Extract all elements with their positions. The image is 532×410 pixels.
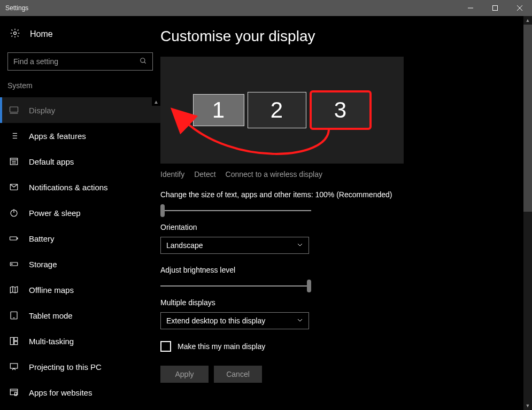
scale-slider[interactable] <box>160 210 311 211</box>
multitasking-icon <box>9 336 19 346</box>
brightness-label: Adjust brightness level <box>160 266 518 274</box>
sidebar-item-label: Projecting to this PC <box>29 362 102 372</box>
close-button[interactable] <box>507 0 532 16</box>
search-icon <box>140 57 147 66</box>
sidebar-item-projecting[interactable]: Projecting to this PC <box>0 354 160 380</box>
orientation-label: Orientation <box>160 223 518 231</box>
multiple-displays-value: Extend desktop to this display <box>166 316 265 325</box>
cancel-button[interactable]: Cancel <box>214 366 262 383</box>
sidebar-item-label: Default apps <box>29 157 74 166</box>
search-input[interactable] <box>7 52 153 71</box>
sidebar-item-storage[interactable]: Storage <box>0 251 160 277</box>
sidebar-item-offline-maps[interactable]: Offline maps <box>0 277 160 303</box>
maps-icon <box>9 285 19 295</box>
projecting-icon <box>9 362 19 372</box>
monitor-1[interactable]: 1 <box>193 94 244 126</box>
vertical-scrollbar[interactable]: ▲ ▼ <box>523 16 532 410</box>
svg-rect-31 <box>14 337 18 341</box>
sidebar-item-battery[interactable]: Battery <box>0 226 160 251</box>
sidebar-item-apps-websites[interactable]: Apps for websites <box>0 380 160 405</box>
storage-icon <box>9 259 19 269</box>
display-links: Identify Detect Connect to a wireless di… <box>160 170 518 179</box>
svg-rect-36 <box>15 392 17 396</box>
svg-rect-33 <box>10 363 18 368</box>
sidebar-item-label: Apps & features <box>29 131 86 141</box>
sidebar-item-label: Storage <box>29 260 57 269</box>
svg-point-5 <box>141 58 145 62</box>
titlebar: Settings <box>0 0 532 16</box>
orientation-combo[interactable]: Landscape <box>160 237 309 254</box>
sidebar-item-power-sleep[interactable]: Power & sleep <box>0 200 160 226</box>
display-arrange-area[interactable]: 1 2 3 <box>160 57 404 164</box>
multiple-displays-combo[interactable]: Extend desktop to this display <box>160 312 309 329</box>
chevron-down-icon <box>297 316 303 325</box>
apply-button[interactable]: Apply <box>160 366 209 383</box>
orientation-value: Landscape <box>166 241 203 250</box>
monitor-2[interactable]: 2 <box>248 92 306 128</box>
minimize-button[interactable] <box>458 0 483 16</box>
sidebar-item-notifications[interactable]: Notifications & actions <box>0 174 160 200</box>
monitor-3[interactable]: 3 <box>310 90 372 130</box>
notifications-icon <box>9 182 19 192</box>
scroll-down-icon[interactable]: ▼ <box>523 401 532 410</box>
sidebar-item-multitasking[interactable]: Multi-tasking <box>0 328 160 354</box>
sidebar: Home System ▲ Display <box>0 16 160 410</box>
page-title: Customise your display <box>160 28 518 45</box>
battery-icon <box>9 234 19 243</box>
default-apps-icon <box>9 157 19 166</box>
list-icon <box>9 131 19 141</box>
nav-list: Display Apps & features Default apps <box>0 97 160 405</box>
scroll-up-icon[interactable]: ▲ <box>523 16 532 25</box>
nav-scroll-up[interactable]: ▲ <box>152 97 160 106</box>
svg-point-25 <box>12 264 13 265</box>
sidebar-item-label: Battery <box>29 234 55 243</box>
gear-icon <box>10 28 20 41</box>
svg-line-6 <box>144 61 146 63</box>
detect-link[interactable]: Detect <box>194 170 215 179</box>
scrollbar-thumb[interactable] <box>523 25 532 212</box>
main-display-label: Make this my main display <box>178 342 265 351</box>
sidebar-item-label: Multi-tasking <box>29 337 74 346</box>
svg-rect-7 <box>10 107 18 112</box>
apps-websites-icon <box>9 388 19 397</box>
sidebar-item-tablet-mode[interactable]: Tablet mode <box>0 303 160 328</box>
home-label: Home <box>30 29 53 39</box>
svg-rect-32 <box>14 342 18 345</box>
window-title: Settings <box>5 4 28 12</box>
home-row[interactable]: Home <box>0 28 160 52</box>
sidebar-item-label: Display <box>29 106 55 115</box>
sidebar-item-display[interactable]: Display <box>0 97 160 123</box>
svg-point-4 <box>14 32 17 35</box>
tablet-icon <box>9 311 19 320</box>
sidebar-item-label: Tablet mode <box>29 311 73 320</box>
display-icon <box>9 105 19 115</box>
sidebar-item-default-apps[interactable]: Default apps <box>0 149 160 174</box>
connect-wireless-link[interactable]: Connect to a wireless display <box>226 170 322 179</box>
search-field[interactable] <box>13 57 140 66</box>
chevron-down-icon <box>297 241 303 250</box>
sidebar-item-label: Apps for websites <box>29 388 92 397</box>
checkbox-icon[interactable] <box>160 341 171 352</box>
identify-link[interactable]: Identify <box>160 170 184 179</box>
main-pane: Customise your display 1 2 3 Identify De… <box>160 16 532 410</box>
maximize-button[interactable] <box>483 0 507 16</box>
sidebar-item-apps-features[interactable]: Apps & features <box>0 123 160 149</box>
sidebar-item-label: Offline maps <box>29 285 74 295</box>
main-display-checkbox-row[interactable]: Make this my main display <box>160 341 518 352</box>
power-icon <box>9 208 19 218</box>
svg-rect-1 <box>493 6 498 11</box>
brightness-slider[interactable] <box>160 285 311 287</box>
sidebar-item-label: Power & sleep <box>29 208 81 218</box>
sidebar-item-label: Notifications & actions <box>29 183 108 192</box>
scale-label: Change the size of text, apps and other … <box>160 190 518 199</box>
svg-rect-22 <box>10 237 17 240</box>
multiple-displays-label: Multiple displays <box>160 298 518 307</box>
section-label: System <box>0 81 160 97</box>
svg-rect-30 <box>10 337 13 345</box>
